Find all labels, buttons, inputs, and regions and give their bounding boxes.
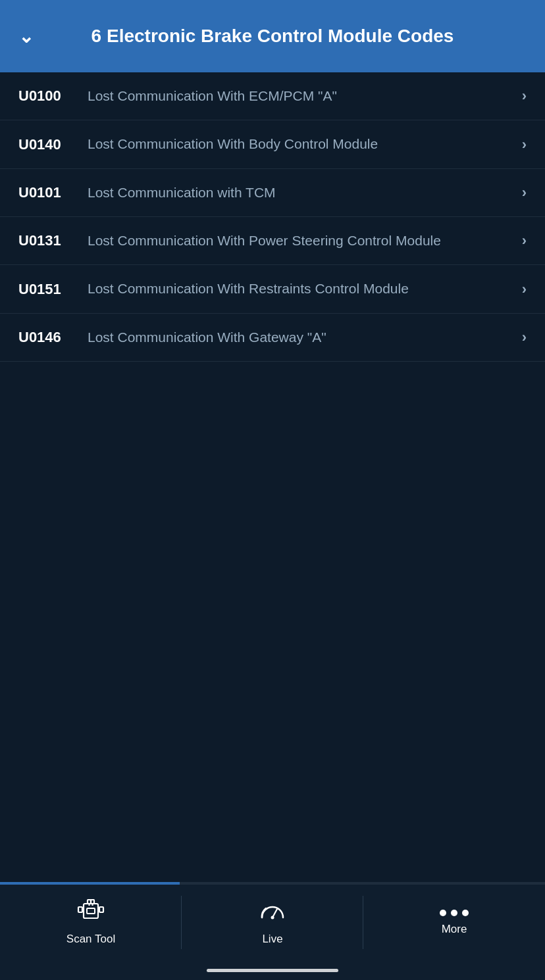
code-item[interactable]: U0140Lost Communication With Body Contro… <box>0 120 545 168</box>
nav-item-more[interactable]: More <box>363 885 545 960</box>
bottom-navigation: Scan Tool Live More <box>0 882 545 980</box>
page-title: 6 Electronic Brake Control Module Codes <box>91 24 454 49</box>
code-id: U0151 <box>18 281 88 298</box>
code-item[interactable]: U0100Lost Communication With ECM/PCM "A"… <box>0 72 545 120</box>
code-item[interactable]: U0151Lost Communication With Restraints … <box>0 265 545 313</box>
code-id: U0146 <box>18 329 88 346</box>
code-item[interactable]: U0101Lost Communication with TCM› <box>0 169 545 217</box>
code-item[interactable]: U0146Lost Communication With Gateway "A"… <box>0 314 545 362</box>
code-id: U0100 <box>18 87 88 105</box>
chevron-right-icon: › <box>522 184 527 201</box>
chevron-right-icon: › <box>522 329 527 346</box>
gauge-icon <box>259 899 286 926</box>
code-description: Lost Communication With Gateway "A" <box>88 328 522 347</box>
code-id: U0101 <box>18 184 88 201</box>
nav-items-container: Scan Tool Live More <box>0 885 545 960</box>
more-label: More <box>442 923 467 936</box>
nav-item-scan-tool[interactable]: Scan Tool <box>0 885 182 960</box>
more-dots-icon <box>440 910 469 916</box>
home-indicator <box>0 960 545 980</box>
code-list: U0100Lost Communication With ECM/PCM "A"… <box>0 72 545 362</box>
chevron-right-icon: › <box>522 87 527 105</box>
code-id: U0140 <box>18 136 88 153</box>
code-id: U0131 <box>18 232 88 249</box>
chevron-right-icon: › <box>522 136 527 153</box>
svg-point-11 <box>271 916 274 919</box>
code-description: Lost Communication With ECM/PCM "A" <box>88 87 522 105</box>
code-description: Lost Communication With Power Steering C… <box>88 232 522 250</box>
svg-rect-0 <box>78 907 82 912</box>
code-description: Lost Communication with TCM <box>88 184 522 202</box>
chevron-right-icon: › <box>522 232 527 249</box>
home-bar <box>207 969 338 972</box>
code-description: Lost Communication With Restraints Contr… <box>88 280 522 298</box>
svg-rect-9 <box>87 908 95 914</box>
svg-rect-4 <box>91 900 94 904</box>
scan-tool-label: Scan Tool <box>66 933 115 946</box>
chevron-right-icon: › <box>522 281 527 298</box>
page-header: ⌄ 6 Electronic Brake Control Module Code… <box>0 0 545 72</box>
live-label: Live <box>262 933 282 946</box>
code-description: Lost Communication With Body Control Mod… <box>88 135 522 153</box>
svg-rect-1 <box>99 907 103 912</box>
code-item[interactable]: U0131Lost Communication With Power Steer… <box>0 217 545 265</box>
svg-rect-2 <box>84 904 98 918</box>
engine-icon <box>77 899 105 926</box>
back-chevron-icon[interactable]: ⌄ <box>18 26 34 47</box>
nav-item-live[interactable]: Live <box>182 885 363 960</box>
